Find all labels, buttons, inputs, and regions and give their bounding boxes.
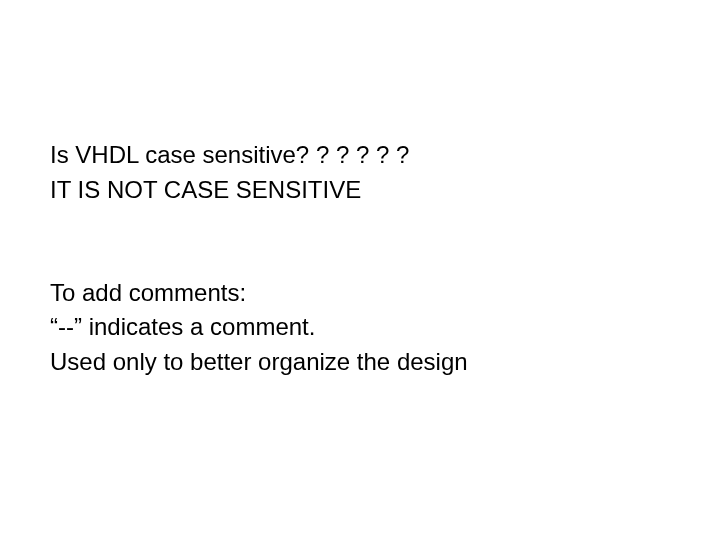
paragraph-comments: To add comments: “--” indicates a commen… [50,276,670,380]
paragraph-case-sensitivity: Is VHDL case sensitive? ? ? ? ? ? IT IS … [50,138,670,208]
text-line: Used only to better organize the design [50,345,670,380]
text-line: IT IS NOT CASE SENSITIVE [50,173,670,208]
text-line: “--” indicates a comment. [50,310,670,345]
text-line: To add comments: [50,276,670,311]
text-line: Is VHDL case sensitive? ? ? ? ? ? [50,138,670,173]
